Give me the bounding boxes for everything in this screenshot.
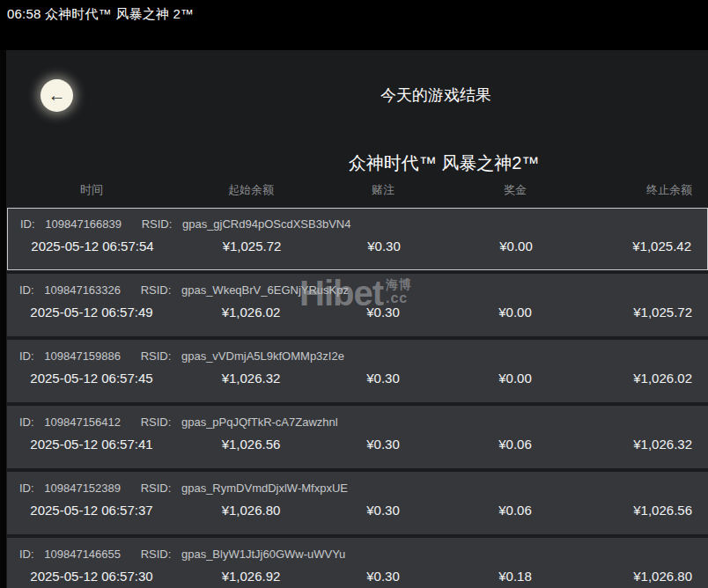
row-id-line: ID: 109847146655 RSID: gpas_BlyW1JtJj60G… <box>7 548 708 561</box>
table-row[interactable]: ID: 109847166839 RSID: gpas_gjCRd94pOScd… <box>7 208 708 270</box>
row-values-line: 2025-05-12 06:57:37 ¥1,026.80 ¥0.30 ¥0.0… <box>7 503 708 518</box>
table-row[interactable]: ID: 109847152389 RSID: gpas_RymDVmdDjxlW… <box>7 472 708 534</box>
rsid-value: gpas_gjCRd94pOScdXSB3bVN4 <box>182 217 351 231</box>
id-label: ID: <box>19 481 34 495</box>
id-value: 109847152389 <box>44 481 121 495</box>
row-end-balance: ¥1,026.56 <box>590 503 708 518</box>
id-label: ID: <box>19 415 34 429</box>
row-bet: ¥0.30 <box>326 503 440 518</box>
table-row[interactable]: ID: 109847156412 RSID: gpas_pPqJQfTkR-cA… <box>7 406 708 468</box>
row-end-balance: ¥1,025.72 <box>590 305 708 320</box>
row-values-line: 2025-05-12 06:57:30 ¥1,026.92 ¥0.30 ¥0.1… <box>7 569 708 584</box>
rsid-label: RSID: <box>141 481 172 495</box>
id-value: 109847156412 <box>44 415 121 429</box>
row-win: ¥0.06 <box>440 503 590 518</box>
page-title: 今天的游戏结果 <box>380 85 491 106</box>
row-end-balance: ¥1,025.42 <box>591 239 707 254</box>
id-label: ID: <box>20 217 35 231</box>
table-header: 时间 起始余额 赌注 奖金 终止余额 <box>7 182 708 198</box>
id-label: ID: <box>19 349 34 363</box>
back-arrow-icon: ← <box>48 86 66 104</box>
id-value: 109847163326 <box>44 283 121 297</box>
row-start-balance: ¥1,026.32 <box>176 371 326 386</box>
row-win: ¥0.00 <box>441 239 591 254</box>
row-time: 2025-05-12 06:57:49 <box>7 305 176 320</box>
rsid-value: gpas_RymDVmdDjxlW-MfxpxUE <box>181 481 348 495</box>
id-label: ID: <box>19 548 34 561</box>
rsid-label: RSID: <box>142 217 173 231</box>
status-bar: 06:58 众神时代™ 风暴之神 2™ <box>0 0 708 50</box>
row-time: 2025-05-12 06:57:54 <box>8 239 177 254</box>
table-row[interactable]: ID: 109847146655 RSID: gpas_BlyW1JtJj60G… <box>7 538 708 588</box>
id-value: 109847159886 <box>44 349 121 363</box>
column-header-end-balance: 终止余额 <box>590 182 708 198</box>
row-start-balance: ¥1,026.02 <box>176 305 326 320</box>
row-win: ¥0.00 <box>440 371 590 386</box>
table-row[interactable]: ID: 109847163326 RSID: gpas_WkeqBrV_6EGN… <box>7 274 708 336</box>
row-bet: ¥0.30 <box>326 305 440 320</box>
id-value: 109847166839 <box>45 217 122 231</box>
row-end-balance: ¥1,026.32 <box>590 437 708 452</box>
row-values-line: 2025-05-12 06:57:49 ¥1,026.02 ¥0.30 ¥0.0… <box>7 305 708 320</box>
status-bar-text: 06:58 众神时代™ 风暴之神 2™ <box>7 6 194 23</box>
row-values-line: 2025-05-12 06:57:41 ¥1,026.56 ¥0.30 ¥0.0… <box>7 437 708 452</box>
row-id-line: ID: 109847152389 RSID: gpas_RymDVmdDjxlW… <box>7 481 708 495</box>
table-row[interactable]: ID: 109847159886 RSID: gpas_vVDmjA5L9kfO… <box>7 340 708 402</box>
rsid-value: gpas_WkeqBrV_6EGNjYRusKpz <box>181 283 349 297</box>
row-bet: ¥0.30 <box>326 569 440 584</box>
row-bet: ¥0.30 <box>326 371 440 386</box>
row-id-line: ID: 109847166839 RSID: gpas_gjCRd94pOScd… <box>8 217 707 231</box>
row-id-line: ID: 109847159886 RSID: gpas_vVDmjA5L9kfO… <box>7 349 708 363</box>
app-screen: 06:58 众神时代™ 风暴之神 2™ ← 今天的游戏结果 众神时代™ 风暴之神… <box>0 0 708 588</box>
row-win: ¥0.00 <box>440 305 590 320</box>
results-list: ID: 109847166839 RSID: gpas_gjCRd94pOScd… <box>7 208 708 588</box>
row-win: ¥0.06 <box>440 437 590 452</box>
row-start-balance: ¥1,026.80 <box>176 503 326 518</box>
row-values-line: 2025-05-12 06:57:54 ¥1,025.72 ¥0.30 ¥0.0… <box>8 239 707 254</box>
row-time: 2025-05-12 06:57:30 <box>7 569 176 584</box>
row-id-line: ID: 109847156412 RSID: gpas_pPqJQfTkR-cA… <box>7 415 708 429</box>
row-id-line: ID: 109847163326 RSID: gpas_WkeqBrV_6EGN… <box>7 283 708 297</box>
row-start-balance: ¥1,026.92 <box>176 569 326 584</box>
row-win: ¥0.18 <box>440 569 590 584</box>
rsid-label: RSID: <box>141 349 172 363</box>
rsid-value: gpas_BlyW1JtJj60GWw-uWVYu <box>181 548 345 561</box>
game-title: 众神时代™ 风暴之神2™ <box>349 151 540 175</box>
rsid-value: gpas_pPqJQfTkR-cA7Zawzhnl <box>181 415 338 429</box>
column-header-bet: 赌注 <box>326 182 440 198</box>
row-bet: ¥0.30 <box>327 239 441 254</box>
row-start-balance: ¥1,026.56 <box>176 437 326 452</box>
column-header-start-balance: 起始余额 <box>176 182 326 198</box>
back-button[interactable]: ← <box>41 79 73 112</box>
column-header-time: 时间 <box>7 182 176 198</box>
row-bet: ¥0.30 <box>326 437 440 452</box>
rsid-value: gpas_vVDmjA5L9kfOMMp3zI2e <box>181 349 344 363</box>
id-value: 109847146655 <box>44 548 121 561</box>
row-time: 2025-05-12 06:57:37 <box>7 503 176 518</box>
rsid-label: RSID: <box>141 548 172 561</box>
rsid-label: RSID: <box>141 415 172 429</box>
row-values-line: 2025-05-12 06:57:45 ¥1,026.32 ¥0.30 ¥0.0… <box>7 371 708 386</box>
left-edge-strip <box>0 50 6 588</box>
row-end-balance: ¥1,026.02 <box>590 371 708 386</box>
row-time: 2025-05-12 06:57:41 <box>7 437 176 452</box>
row-end-balance: ¥1,026.80 <box>590 569 708 584</box>
row-start-balance: ¥1,025.72 <box>177 239 327 254</box>
rsid-label: RSID: <box>141 283 172 297</box>
row-time: 2025-05-12 06:57:45 <box>7 371 176 386</box>
results-panel: ← 今天的游戏结果 众神时代™ 风暴之神2™ 时间 起始余额 赌注 奖金 终止余… <box>6 50 708 588</box>
id-label: ID: <box>19 283 34 297</box>
column-header-win: 奖金 <box>440 182 590 198</box>
